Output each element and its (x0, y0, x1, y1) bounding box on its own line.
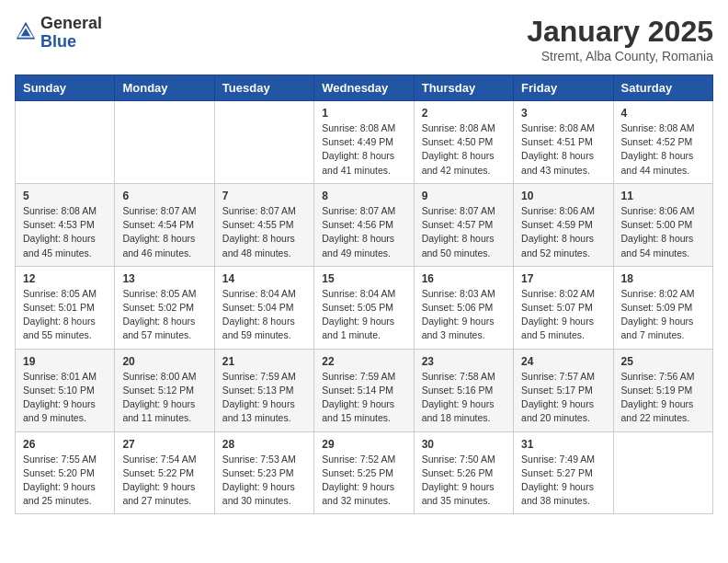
day-info: Sunrise: 7:59 AM Sunset: 5:14 PM Dayligh… (322, 370, 405, 426)
calendar-cell: 1Sunrise: 8:08 AM Sunset: 4:49 PM Daylig… (314, 101, 414, 184)
day-number: 13 (122, 272, 206, 285)
day-number: 3 (521, 107, 605, 120)
day-number: 15 (322, 272, 405, 285)
calendar-cell (214, 101, 313, 184)
title-block: January 2025 Stremt, Alba County, Romani… (527, 15, 713, 63)
day-info: Sunrise: 8:07 AM Sunset: 4:56 PM Dayligh… (322, 204, 405, 260)
calendar-cell: 16Sunrise: 8:03 AM Sunset: 5:06 PM Dayli… (414, 266, 513, 349)
calendar-cell: 5Sunrise: 8:08 AM Sunset: 4:53 PM Daylig… (16, 183, 115, 266)
day-number: 22 (322, 355, 405, 368)
calendar-cell: 2Sunrise: 8:08 AM Sunset: 4:50 PM Daylig… (414, 101, 513, 184)
day-info: Sunrise: 8:08 AM Sunset: 4:50 PM Dayligh… (422, 121, 506, 178)
weekday-header-wednesday: Wednesday (314, 75, 414, 101)
day-number: 24 (521, 355, 605, 368)
calendar-cell: 27Sunrise: 7:54 AM Sunset: 5:22 PM Dayli… (115, 431, 214, 514)
calendar-cell: 6Sunrise: 8:07 AM Sunset: 4:54 PM Daylig… (115, 183, 214, 266)
day-number: 31 (521, 438, 605, 451)
day-number: 7 (222, 190, 306, 202)
day-number: 1 (322, 107, 405, 120)
day-info: Sunrise: 8:07 AM Sunset: 4:57 PM Dayligh… (422, 204, 506, 260)
day-number: 27 (122, 438, 206, 451)
calendar-cell: 20Sunrise: 8:00 AM Sunset: 5:12 PM Dayli… (115, 349, 214, 431)
day-number: 14 (222, 272, 306, 285)
weekday-header-monday: Monday (115, 75, 214, 101)
day-number: 25 (621, 355, 705, 368)
week-row-1: 1Sunrise: 8:08 AM Sunset: 4:49 PM Daylig… (16, 101, 713, 184)
day-info: Sunrise: 8:08 AM Sunset: 4:53 PM Dayligh… (23, 204, 107, 260)
day-number: 10 (521, 190, 605, 202)
calendar-cell: 19Sunrise: 8:01 AM Sunset: 5:10 PM Dayli… (16, 349, 115, 431)
day-number: 8 (322, 190, 405, 202)
day-info: Sunrise: 7:55 AM Sunset: 5:20 PM Dayligh… (23, 453, 107, 509)
day-info: Sunrise: 8:05 AM Sunset: 5:02 PM Dayligh… (122, 287, 206, 343)
location: Stremt, Alba County, Romania (527, 49, 713, 63)
day-info: Sunrise: 8:08 AM Sunset: 4:52 PM Dayligh… (621, 121, 705, 178)
calendar-cell: 25Sunrise: 7:56 AM Sunset: 5:19 PM Dayli… (613, 349, 712, 431)
day-number: 4 (621, 107, 705, 120)
day-number: 30 (422, 438, 506, 451)
day-info: Sunrise: 8:06 AM Sunset: 4:59 PM Dayligh… (521, 204, 605, 260)
calendar-cell (16, 101, 115, 184)
weekday-header-friday: Friday (514, 75, 613, 101)
day-info: Sunrise: 8:06 AM Sunset: 5:00 PM Dayligh… (621, 204, 705, 260)
logo-general: General (40, 15, 102, 33)
calendar-cell: 7Sunrise: 8:07 AM Sunset: 4:55 PM Daylig… (214, 183, 313, 266)
day-info: Sunrise: 8:01 AM Sunset: 5:10 PM Dayligh… (23, 370, 107, 426)
logo: General Blue (15, 15, 102, 52)
calendar-cell: 30Sunrise: 7:50 AM Sunset: 5:26 PM Dayli… (414, 431, 513, 514)
calendar-cell: 23Sunrise: 7:58 AM Sunset: 5:16 PM Dayli… (414, 349, 513, 431)
day-number: 23 (422, 355, 506, 368)
day-number: 11 (621, 190, 705, 202)
day-info: Sunrise: 8:03 AM Sunset: 5:06 PM Dayligh… (422, 287, 506, 343)
calendar-cell: 22Sunrise: 7:59 AM Sunset: 5:14 PM Dayli… (314, 349, 414, 431)
week-row-3: 12Sunrise: 8:05 AM Sunset: 5:01 PM Dayli… (16, 266, 713, 349)
calendar-cell: 11Sunrise: 8:06 AM Sunset: 5:00 PM Dayli… (613, 183, 712, 266)
day-number: 6 (122, 190, 206, 202)
calendar-cell: 18Sunrise: 8:02 AM Sunset: 5:09 PM Dayli… (613, 266, 712, 349)
calendar-cell: 26Sunrise: 7:55 AM Sunset: 5:20 PM Dayli… (16, 431, 115, 514)
day-info: Sunrise: 8:00 AM Sunset: 5:12 PM Dayligh… (122, 370, 206, 426)
day-number: 19 (23, 355, 107, 368)
calendar-cell (115, 101, 214, 184)
day-number: 17 (521, 272, 605, 285)
day-number: 5 (23, 190, 107, 202)
day-info: Sunrise: 7:49 AM Sunset: 5:27 PM Dayligh… (521, 453, 605, 509)
weekday-header-row: SundayMondayTuesdayWednesdayThursdayFrid… (16, 75, 713, 101)
calendar-cell: 24Sunrise: 7:57 AM Sunset: 5:17 PM Dayli… (514, 349, 613, 431)
calendar-cell: 13Sunrise: 8:05 AM Sunset: 5:02 PM Dayli… (115, 266, 214, 349)
calendar-table: SundayMondayTuesdayWednesdayThursdayFrid… (15, 75, 713, 514)
month-title: January 2025 (527, 15, 713, 49)
day-info: Sunrise: 8:07 AM Sunset: 4:55 PM Dayligh… (222, 204, 306, 260)
weekday-header-sunday: Sunday (16, 75, 115, 101)
day-info: Sunrise: 8:02 AM Sunset: 5:09 PM Dayligh… (621, 287, 705, 343)
calendar-cell: 3Sunrise: 8:08 AM Sunset: 4:51 PM Daylig… (514, 101, 613, 184)
day-number: 9 (422, 190, 506, 202)
day-number: 21 (222, 355, 306, 368)
day-info: Sunrise: 8:04 AM Sunset: 5:05 PM Dayligh… (322, 287, 405, 343)
day-info: Sunrise: 7:52 AM Sunset: 5:25 PM Dayligh… (322, 453, 405, 509)
calendar-cell: 9Sunrise: 8:07 AM Sunset: 4:57 PM Daylig… (414, 183, 513, 266)
day-number: 20 (122, 355, 206, 368)
day-number: 18 (621, 272, 705, 285)
day-number: 26 (23, 438, 107, 451)
calendar-cell: 8Sunrise: 8:07 AM Sunset: 4:56 PM Daylig… (314, 183, 414, 266)
day-info: Sunrise: 7:59 AM Sunset: 5:13 PM Dayligh… (222, 370, 306, 426)
day-number: 2 (422, 107, 506, 120)
day-info: Sunrise: 7:53 AM Sunset: 5:23 PM Dayligh… (222, 453, 306, 509)
week-row-5: 26Sunrise: 7:55 AM Sunset: 5:20 PM Dayli… (16, 431, 713, 514)
day-info: Sunrise: 8:08 AM Sunset: 4:49 PM Dayligh… (322, 121, 405, 178)
day-number: 29 (322, 438, 405, 451)
day-info: Sunrise: 8:02 AM Sunset: 5:07 PM Dayligh… (521, 287, 605, 343)
calendar-cell: 15Sunrise: 8:04 AM Sunset: 5:05 PM Dayli… (314, 266, 414, 349)
day-info: Sunrise: 7:57 AM Sunset: 5:17 PM Dayligh… (521, 370, 605, 426)
day-info: Sunrise: 7:50 AM Sunset: 5:26 PM Dayligh… (422, 453, 506, 509)
calendar-cell: 14Sunrise: 8:04 AM Sunset: 5:04 PM Dayli… (214, 266, 313, 349)
weekday-header-tuesday: Tuesday (214, 75, 313, 101)
weekday-header-saturday: Saturday (613, 75, 712, 101)
day-info: Sunrise: 7:58 AM Sunset: 5:16 PM Dayligh… (422, 370, 506, 426)
weekday-header-thursday: Thursday (414, 75, 513, 101)
day-info: Sunrise: 7:56 AM Sunset: 5:19 PM Dayligh… (621, 370, 705, 426)
day-info: Sunrise: 8:07 AM Sunset: 4:54 PM Dayligh… (122, 204, 206, 260)
calendar-cell: 17Sunrise: 8:02 AM Sunset: 5:07 PM Dayli… (514, 266, 613, 349)
day-number: 12 (23, 272, 107, 285)
